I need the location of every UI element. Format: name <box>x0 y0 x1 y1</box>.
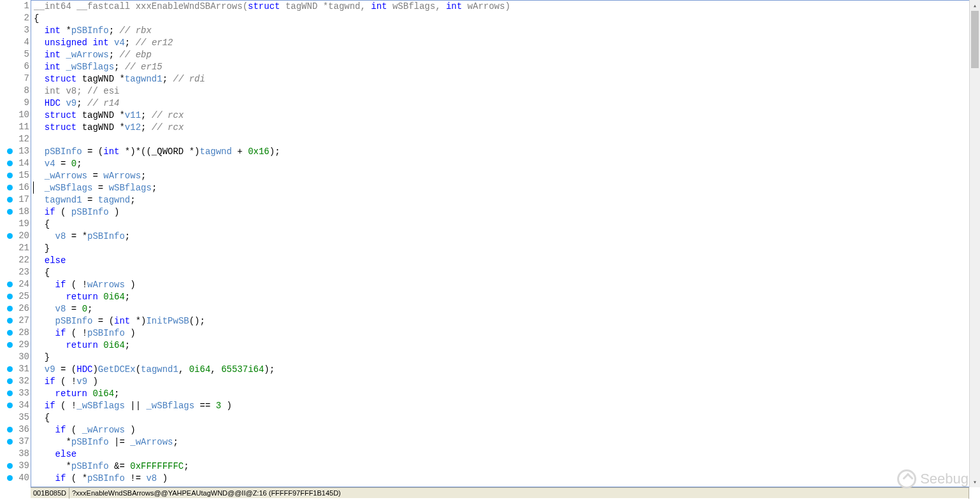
code-line[interactable]: int _wArrows; // ebp <box>34 49 979 61</box>
code-line[interactable]: return 0i64; <box>34 339 979 352</box>
code-line[interactable]: if ( !v9 ) <box>34 376 979 388</box>
gutter-row[interactable]: 40 <box>0 472 31 484</box>
code-line[interactable]: v8 = 0; <box>34 303 979 315</box>
breakpoint-dot-icon[interactable] <box>7 282 13 287</box>
gutter-row[interactable]: 20 <box>0 230 31 242</box>
gutter-row[interactable]: 26 <box>0 303 31 315</box>
breakpoint-dot-icon[interactable] <box>7 209 13 215</box>
gutter-row[interactable]: 19 <box>0 218 31 230</box>
breakpoint-dot-icon[interactable] <box>7 233 13 239</box>
gutter-row[interactable]: 30 <box>0 351 31 363</box>
gutter-row[interactable]: 17 <box>0 194 31 206</box>
code-line[interactable]: struct tagWND *tagwnd1; // rdi <box>34 73 979 85</box>
code-line[interactable]: if ( !_wSBflags || _wSBflags == 3 ) <box>34 400 979 412</box>
code-line[interactable]: if ( pSBInfo ) <box>34 206 979 218</box>
gutter-row[interactable]: 39 <box>0 460 31 472</box>
vertical-scrollbar[interactable]: ▴ ▾ <box>969 0 980 487</box>
scroll-down-arrow-icon[interactable]: ▾ <box>970 476 980 487</box>
code-line[interactable]: v4 = 0; <box>34 158 979 170</box>
scroll-up-arrow-icon[interactable]: ▴ <box>970 0 980 11</box>
gutter-row[interactable]: 25 <box>0 290 31 303</box>
gutter-row[interactable]: 16 <box>0 182 31 194</box>
breakpoint-dot-icon[interactable] <box>7 148 13 154</box>
breakpoint-dot-icon[interactable] <box>7 197 13 203</box>
code-line[interactable]: { <box>34 412 979 424</box>
code-line[interactable]: v9 = (HDC)GetDCEx(tagwnd1, 0i64, 65537i6… <box>34 364 979 376</box>
code-line[interactable]: pSBInfo = (int *)*((_QWORD *)tagwnd + 0x… <box>34 146 979 158</box>
gutter-row[interactable]: 7 <box>0 73 31 85</box>
breakpoint-dot-icon[interactable] <box>7 330 13 336</box>
code-line[interactable]: } <box>34 352 979 364</box>
code-line[interactable]: __int64 __fastcall xxxEnableWndSBArrows(… <box>34 1 979 13</box>
breakpoint-dot-icon[interactable] <box>7 306 13 311</box>
breakpoint-dot-icon[interactable] <box>7 390 13 396</box>
code-line[interactable]: struct tagWND *v11; // rcx <box>34 110 979 122</box>
gutter-row[interactable]: 1 <box>0 0 31 12</box>
gutter-row[interactable]: 10 <box>0 109 31 121</box>
breakpoint-dot-icon[interactable] <box>7 185 13 190</box>
gutter-row[interactable]: 5 <box>0 48 31 61</box>
gutter-row[interactable]: 35 <box>0 411 31 424</box>
breakpoint-dot-icon[interactable] <box>7 403 13 408</box>
breakpoint-dot-icon[interactable] <box>7 475 13 481</box>
code-line[interactable]: _wSBflags = wSBflags; <box>34 182 979 194</box>
code-editor[interactable]: __int64 __fastcall xxxEnableWndSBArrows(… <box>31 0 980 487</box>
breakpoint-dot-icon[interactable] <box>7 342 13 348</box>
breakpoint-dot-icon[interactable] <box>7 439 13 445</box>
gutter-row[interactable]: 15 <box>0 169 31 182</box>
gutter-row[interactable]: 23 <box>0 266 31 278</box>
code-line[interactable]: tagwnd1 = tagwnd; <box>34 194 979 206</box>
code-line[interactable]: else <box>34 255 979 267</box>
code-line[interactable]: _wArrows = wArrows; <box>34 170 979 182</box>
code-line[interactable]: HDC v9; // r14 <box>34 97 979 110</box>
gutter-row[interactable]: 22 <box>0 254 31 266</box>
code-line[interactable]: v8 = *pSBInfo; <box>34 231 979 243</box>
breakpoint-dot-icon[interactable] <box>7 463 13 469</box>
gutter-row[interactable]: 14 <box>0 157 31 169</box>
code-line[interactable]: int *pSBInfo; // rbx <box>34 25 979 37</box>
scrollbar-thumb[interactable] <box>971 11 979 68</box>
breakpoint-dot-icon[interactable] <box>7 161 13 166</box>
code-line[interactable]: int _wSBflags; // er15 <box>34 61 979 73</box>
gutter-row[interactable]: 11 <box>0 121 31 133</box>
code-line[interactable]: { <box>34 218 979 231</box>
gutter-row[interactable]: 9 <box>0 97 31 109</box>
gutter-row[interactable]: 27 <box>0 315 31 327</box>
gutter-row[interactable]: 6 <box>0 61 31 73</box>
code-line[interactable]: *pSBInfo &= 0xFFFFFFFC; <box>34 461 979 473</box>
breakpoint-dot-icon[interactable] <box>7 294 13 299</box>
gutter-row[interactable]: 13 <box>0 145 31 157</box>
gutter-row[interactable]: 4 <box>0 36 31 48</box>
gutter-row[interactable]: 29 <box>0 339 31 351</box>
gutter-row[interactable]: 8 <box>0 85 31 97</box>
code-line[interactable]: int v8; // esi <box>34 85 979 97</box>
breakpoint-dot-icon[interactable] <box>7 173 13 178</box>
gutter-row[interactable]: 36 <box>0 424 31 436</box>
code-line[interactable]: struct tagWND *v12; // rcx <box>34 122 979 134</box>
gutter-row[interactable]: 31 <box>0 363 31 375</box>
breakpoint-dot-icon[interactable] <box>7 366 13 372</box>
gutter-row[interactable]: 18 <box>0 206 31 218</box>
gutter-row[interactable]: 24 <box>0 278 31 290</box>
gutter-row[interactable]: 2 <box>0 12 31 24</box>
code-line[interactable]: if ( !pSBInfo ) <box>34 327 979 339</box>
code-line[interactable]: } <box>34 243 979 255</box>
code-line[interactable]: return 0i64; <box>34 291 979 303</box>
gutter-row[interactable]: 33 <box>0 387 31 399</box>
gutter-row[interactable]: 38 <box>0 448 31 460</box>
code-line[interactable]: if ( !wArrows ) <box>34 279 979 291</box>
breakpoint-dot-icon[interactable] <box>7 427 13 432</box>
gutter-row[interactable]: 21 <box>0 242 31 254</box>
code-line[interactable]: { <box>34 13 979 25</box>
gutter-row[interactable]: 3 <box>0 24 31 36</box>
gutter-row[interactable]: 32 <box>0 375 31 387</box>
gutter-row[interactable]: 28 <box>0 327 31 339</box>
breakpoint-dot-icon[interactable] <box>7 378 13 384</box>
code-editor-inner[interactable]: __int64 __fastcall xxxEnableWndSBArrows(… <box>31 1 979 485</box>
breakpoint-dot-icon[interactable] <box>7 318 13 324</box>
gutter-row[interactable]: 12 <box>0 133 31 145</box>
code-line[interactable]: unsigned int v4; // er12 <box>34 37 979 49</box>
code-line[interactable] <box>34 134 979 146</box>
code-line[interactable]: pSBInfo = (int *)InitPwSB(); <box>34 315 979 327</box>
code-line[interactable]: if ( *pSBInfo != v8 ) <box>34 473 979 485</box>
